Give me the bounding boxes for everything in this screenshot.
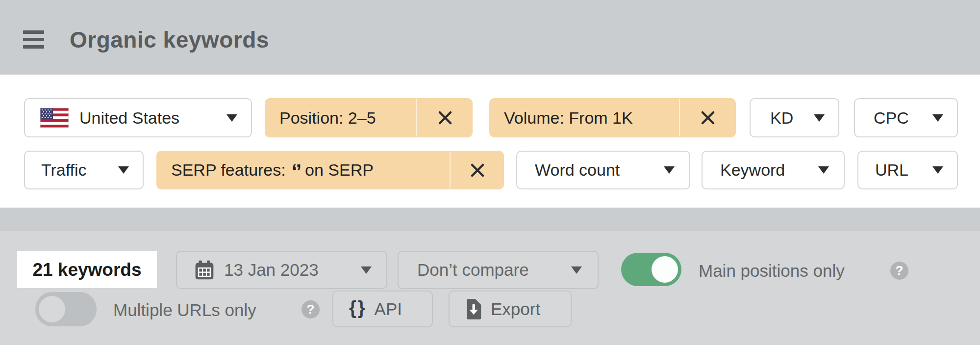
keywords-count-badge: 21 keywords [17,251,157,288]
divider-band [0,208,980,231]
calendar-icon [195,260,214,280]
serp-features-filter-close-icon[interactable] [451,151,504,189]
main-positions-label: Main positions only [699,261,845,281]
url-filter-button[interactable]: URL [857,151,958,189]
country-filter-label: United States [79,108,179,128]
chevron-down-icon [814,114,825,122]
chevron-down-icon [226,114,237,122]
hamburger-menu-icon[interactable] [23,30,44,49]
serp-features-filter-chip[interactable]: SERP features: ‘’ on SERP [156,151,504,189]
position-filter-close-icon[interactable] [417,98,473,137]
chevron-down-icon [932,114,943,122]
chevron-down-icon [571,266,582,274]
compare-mode-button[interactable]: Don’t compare [398,251,599,289]
quote-icon: ‘’ [292,160,300,184]
main-positions-toggle[interactable] [621,253,681,286]
chevron-down-icon [118,166,129,174]
traffic-filter-label: Traffic [41,160,87,180]
toggle-knob [39,296,65,322]
position-filter-label: Position: 2–5 [265,98,416,137]
volume-filter-close-icon[interactable] [680,98,736,137]
export-button-label: Export [491,299,540,319]
chevron-down-icon [932,166,943,174]
keyword-filter-button[interactable]: Keyword [702,151,845,189]
kd-filter-label: KD [770,108,793,128]
braces-icon: {} [349,297,367,318]
page-title: Organic keywords [70,27,269,53]
traffic-filter-button[interactable]: Traffic [24,151,144,189]
word-count-filter-label: Word count [535,160,620,180]
word-count-filter-button[interactable]: Word count [516,151,690,189]
chevron-down-icon [818,166,829,174]
top-header: Organic keywords [0,0,980,75]
api-button[interactable]: {} API [332,291,433,327]
position-filter-chip[interactable]: Position: 2–5 [265,98,473,137]
date-picker-button[interactable]: 13 Jan 2023 [176,251,387,289]
export-button[interactable]: Export [449,291,572,327]
chevron-down-icon [361,266,372,274]
keyword-filter-label: Keyword [720,160,785,180]
url-filter-label: URL [875,160,908,180]
country-filter-button[interactable]: United States [24,98,252,137]
volume-filter-label: Volume: From 1K [489,98,679,137]
help-icon[interactable]: ? [302,300,320,318]
api-button-label: API [375,299,402,319]
multiple-urls-label: Multiple URLs only [113,300,256,320]
kd-filter-button[interactable]: KD [750,98,839,137]
help-icon[interactable]: ? [890,262,908,280]
multiple-urls-toggle[interactable] [35,292,97,326]
download-icon [464,298,482,320]
us-flag-icon [40,108,69,128]
cpc-filter-label: CPC [874,108,909,128]
volume-filter-chip[interactable]: Volume: From 1K [489,98,736,137]
serp-features-filter-label: SERP features: ‘’ on SERP [156,151,450,189]
compare-mode-label: Don’t compare [417,260,529,280]
cpc-filter-button[interactable]: CPC [854,98,958,137]
chevron-down-icon [664,166,675,174]
date-label: 13 Jan 2023 [224,260,319,280]
toggle-knob [652,256,678,283]
